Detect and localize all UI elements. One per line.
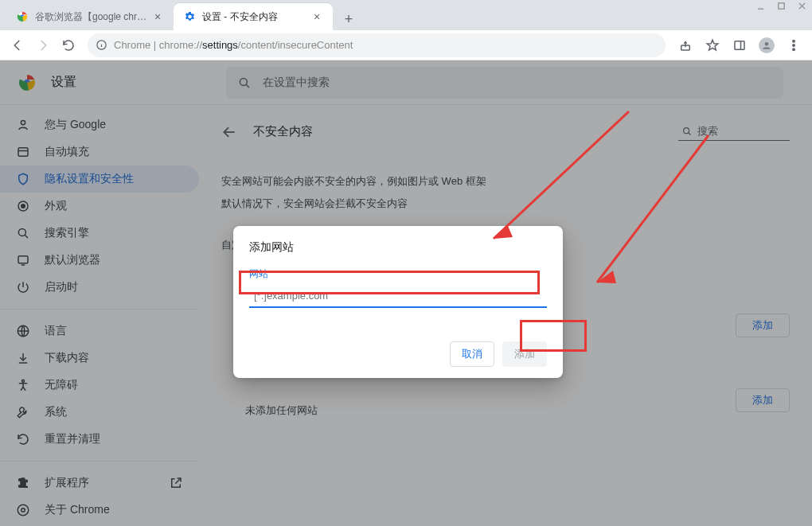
svg-point-14 xyxy=(793,40,794,41)
tab-title: 谷歌浏览器【google chrome】 xyxy=(35,10,151,24)
dialog-title: 添加网站 xyxy=(249,240,547,255)
add-site-dialog: 添加网站 网站 取消 添加 xyxy=(233,226,563,378)
chrome-icon xyxy=(16,10,29,23)
settings-gear-icon xyxy=(183,10,196,23)
tab-settings-insecure[interactable]: 设置 - 不安全内容 × xyxy=(174,3,333,30)
tab-close-icon[interactable]: × xyxy=(310,10,323,23)
dialog-confirm-button[interactable]: 添加 xyxy=(502,341,547,367)
browser-toolbar: Chrome | chrome://settings/content/insec… xyxy=(0,30,812,60)
new-tab-button[interactable]: + xyxy=(338,8,360,30)
profile-avatar[interactable] xyxy=(755,33,779,57)
side-panel-icon[interactable] xyxy=(728,33,751,57)
dialog-cancel-button[interactable]: 取消 xyxy=(450,341,494,367)
nav-forward-button[interactable] xyxy=(32,34,54,56)
svg-rect-1 xyxy=(778,2,783,8)
nav-reload-button[interactable] xyxy=(57,34,80,56)
svg-point-13 xyxy=(765,42,768,45)
nav-back-button[interactable] xyxy=(6,34,29,56)
address-bar[interactable]: Chrome | chrome://settings/content/insec… xyxy=(88,33,666,57)
tab-close-icon[interactable]: × xyxy=(151,10,164,23)
share-icon[interactable] xyxy=(673,33,697,57)
svg-rect-11 xyxy=(735,41,744,49)
site-info-icon[interactable] xyxy=(96,39,107,51)
svg-point-15 xyxy=(793,44,794,45)
url-text: Chrome | chrome://settings/content/insec… xyxy=(114,39,353,51)
window-controls xyxy=(750,0,812,11)
dialog-field-label: 网站 xyxy=(249,267,547,281)
kebab-menu-icon[interactable] xyxy=(782,33,806,57)
site-url-input[interactable] xyxy=(249,284,547,308)
window-maximize-button[interactable] xyxy=(771,0,791,11)
tab-title: 设置 - 不安全内容 xyxy=(202,10,310,24)
window-minimize-button[interactable] xyxy=(750,0,771,11)
svg-point-16 xyxy=(793,49,794,50)
window-close-button[interactable] xyxy=(791,0,812,11)
svg-marker-10 xyxy=(707,40,718,50)
tab-strip: 谷歌浏览器【google chrome】 × 设置 - 不安全内容 × + xyxy=(0,0,812,30)
bookmark-star-icon[interactable] xyxy=(701,33,724,57)
tab-chrome-home[interactable]: 谷歌浏览器【google chrome】 × xyxy=(6,3,174,30)
